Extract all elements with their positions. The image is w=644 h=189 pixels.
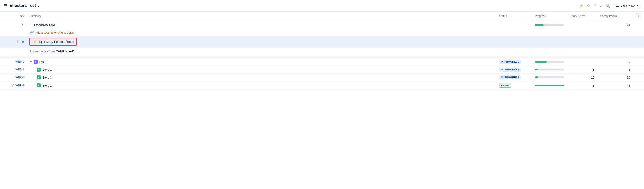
title-caret[interactable]: ∨	[37, 4, 40, 8]
story1-add-cell	[633, 66, 644, 74]
story3-name-label: Story 3	[42, 76, 52, 79]
effector-key-cell: ⠿	[0, 36, 27, 48]
root-progress-fill	[535, 24, 544, 26]
story-icon: ▲	[37, 75, 41, 79]
epic1-summary-content: ▼ ⚡ Epic 1	[30, 60, 494, 64]
root-status-cell	[496, 21, 532, 29]
root-story-points-cell	[568, 21, 597, 29]
epic1-summary-cell: ▼ ⚡ Epic 1	[27, 58, 496, 66]
view-label: Basic view*	[620, 4, 635, 7]
effector-summary-cell: ⚡ Epic Story Points Effector	[27, 36, 496, 48]
root-progress-cell	[532, 21, 568, 29]
view-caret: ▾	[637, 4, 638, 7]
insert-epics-row: + Insert epics from "WNP board"	[0, 48, 644, 56]
root-sigma-cell: 51	[597, 21, 633, 29]
story2-name-label: Story 2	[42, 84, 52, 87]
effector-story-points-cell	[568, 36, 597, 48]
epic1-status-cell: IN PROGRESS	[496, 58, 532, 66]
epic1-sigma-cell: 23	[597, 58, 633, 66]
app-header: ☰ Effectors Test ∨ ⚡ ☆ ⊞ ⊍ 🔍 Basic view*…	[0, 0, 644, 12]
add-issues-link[interactable]: 🔗 Add issues belonging to epics	[30, 31, 630, 35]
separator-cell	[0, 56, 644, 58]
add-issues-row: 🔗 Add issues belonging to epics	[0, 29, 644, 36]
story1-status-cell: IN PROGRESS	[496, 66, 532, 74]
more-options-icon[interactable]: ···	[636, 40, 638, 44]
page-title: Effectors Test	[10, 3, 36, 8]
effector-progress-cell	[532, 36, 568, 48]
story2-key-link[interactable]: WNP-2	[16, 84, 24, 87]
story2-story-points-cell: 8	[568, 81, 597, 90]
story3-summary-content: ▲ Story 3	[30, 75, 494, 79]
add-issues-add-cell	[633, 29, 644, 36]
story-icon: ▲	[37, 83, 41, 87]
lightning-icon[interactable]: ⚡	[579, 3, 584, 8]
story3-add-cell	[633, 74, 644, 81]
epic-effector-row: ⠿ ⚡ Epic Story Points Effector	[0, 36, 644, 48]
checkmark-icon: ✓	[11, 83, 14, 88]
epic-purple-icon: ⚡	[34, 60, 38, 64]
effector-more-cell: ···	[633, 36, 644, 48]
backlog-table: Key Summary Status Progress Story Points…	[0, 12, 644, 90]
story3-key-cell: WNP-3	[0, 74, 27, 81]
story3-key-link[interactable]: WNP-3	[16, 76, 24, 79]
story1-story-points-cell: 5	[568, 66, 597, 74]
status-badge: IN PROGRESS	[499, 68, 521, 72]
drag-handle-icon[interactable]: ⠿	[17, 40, 20, 44]
table-header-row: Key Summary Status Progress Story Points…	[0, 12, 644, 21]
root-summary-cell: ☰ Effectors Test	[27, 21, 496, 29]
story3-progress-cell	[532, 74, 568, 81]
story2-sigma-cell: 8	[597, 81, 633, 90]
layers-icon[interactable]: ⊞	[594, 4, 596, 8]
story3-summary-cell: ▲ Story 3	[27, 74, 496, 81]
star-wand-icon[interactable]: ✦	[21, 23, 24, 27]
story3-sigma-cell: 10	[597, 74, 633, 81]
story3-story-points-cell: 10	[568, 74, 597, 81]
story2-summary-content: ▲ Story 2	[30, 83, 494, 87]
epic-effector-name: Epic Story Points Effector	[39, 40, 74, 44]
main-table-container: Key Summary Status Progress Story Points…	[0, 12, 644, 189]
story1-sigma-cell: 5	[597, 66, 633, 74]
story3-progress-bar	[535, 77, 564, 78]
star-icon[interactable]: ☆	[587, 3, 590, 8]
col-header-sigma-story-points: Σ Story Points	[597, 12, 633, 21]
col-header-progress: Progress	[532, 12, 568, 21]
epic1-progress-bar	[535, 61, 564, 63]
status-badge: IN PROGRESS	[499, 60, 521, 64]
insert-epics-link[interactable]: + Insert epics from "WNP board"	[30, 49, 630, 54]
story2-summary-cell: ▲ Story 2	[27, 81, 496, 90]
story3-progress-fill	[535, 77, 538, 78]
search-icon[interactable]: 🔍	[606, 3, 610, 8]
story1-name-label: Story 1	[42, 68, 52, 71]
story3-status-cell: IN PROGRESS	[496, 74, 532, 81]
story1-progress-bar	[535, 69, 564, 70]
insert-epics-key-cell	[0, 48, 27, 56]
story2-progress-bar	[535, 85, 564, 86]
board-name: WNP board	[58, 50, 73, 53]
story3-row: WNP-3 ▲ Story 3 IN PROGRESS 10	[0, 74, 644, 81]
insert-epics-add-cell	[633, 48, 644, 56]
story-icon: ▲	[37, 68, 41, 72]
board-name-label: "WNP board"	[56, 50, 74, 53]
header-right: ⚡ ☆ ⊞ ⊍ 🔍 Basic view* ▾	[579, 3, 640, 9]
story2-progress-cell	[532, 81, 568, 90]
add-issues-summary-cell: 🔗 Add issues belonging to epics	[27, 29, 633, 36]
epic1-name-label: Epic 1	[39, 60, 47, 64]
col-header-key: Key	[0, 12, 27, 21]
story2-status-cell: DONE	[496, 81, 532, 90]
lightning-green-icon: ⚡	[32, 39, 37, 44]
epic1-row: WNP-9 ▼ ⚡ Epic 1 IN PROGRESS	[0, 58, 644, 66]
effector-status-cell	[496, 36, 532, 48]
col-header-add[interactable]: +	[633, 12, 644, 21]
story1-key-link[interactable]: WNP-1	[16, 68, 24, 71]
filter-icon[interactable]: ⊍	[600, 3, 602, 8]
story1-summary-cell: ▲ Story 1	[27, 66, 496, 74]
add-column-button[interactable]: +	[636, 14, 641, 19]
epic1-chevron-icon[interactable]: ▼	[30, 60, 32, 63]
epic1-key-cell: WNP-9	[0, 58, 27, 66]
view-selector[interactable]: Basic view* ▾	[614, 3, 640, 9]
bars-icon	[616, 5, 619, 7]
root-progress-bar	[535, 24, 564, 26]
col-header-summary: Summary	[27, 12, 496, 21]
epic1-story-points-cell	[568, 58, 597, 66]
epic1-key-link[interactable]: WNP-9	[16, 60, 24, 63]
